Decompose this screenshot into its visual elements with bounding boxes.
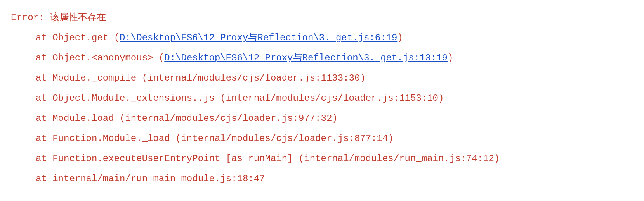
stack-frame: at Object.Module._extensions..js (intern… [11, 88, 633, 108]
stack-frame: at Function.executeUserEntryPoint [as ru… [11, 149, 633, 169]
stack-frame: at Object.get (D:\Desktop\ES6\12 Proxy与R… [11, 28, 633, 48]
stack-text: at Function.executeUserEntryPoint [as ru… [36, 153, 500, 164]
stack-text: at Module._compile (internal/modules/cjs… [36, 73, 366, 83]
error-message: 该属性不存在 [44, 12, 106, 23]
stack-text: at Object.get ( [36, 33, 120, 43]
stack-text: at Function.Module._load (internal/modul… [36, 133, 394, 144]
stack-frame: at Module._compile (internal/modules/cjs… [11, 68, 633, 88]
stack-frame: at Object.<anonymous> (D:\Desktop\ES6\12… [11, 48, 633, 68]
stack-suffix: ) [448, 53, 453, 63]
stack-frame: at Module.load (internal/modules/cjs/loa… [11, 108, 633, 129]
stack-suffix: ) [397, 33, 403, 43]
error-label: Error: [11, 12, 44, 23]
source-link[interactable]: D:\Desktop\ES6\12 Proxy与Reflection\3. ge… [120, 33, 397, 43]
source-link[interactable]: D:\Desktop\ES6\12 Proxy与Reflection\3. ge… [164, 53, 448, 63]
stack-text: at Module.load (internal/modules/cjs/loa… [36, 113, 338, 124]
stack-text: at internal/main/run_main_module.js:18:4… [36, 174, 265, 184]
error-console: Error: 该属性不存在 at Object.get (D:\Desktop\… [0, 0, 644, 197]
stack-text: at Object.Module._extensions..js (intern… [36, 93, 444, 103]
stack-frame: at Function.Module._load (internal/modul… [11, 129, 633, 149]
stack-text: at Object.<anonymous> ( [36, 53, 164, 63]
stack-frame: at internal/main/run_main_module.js:18:4… [11, 169, 633, 189]
